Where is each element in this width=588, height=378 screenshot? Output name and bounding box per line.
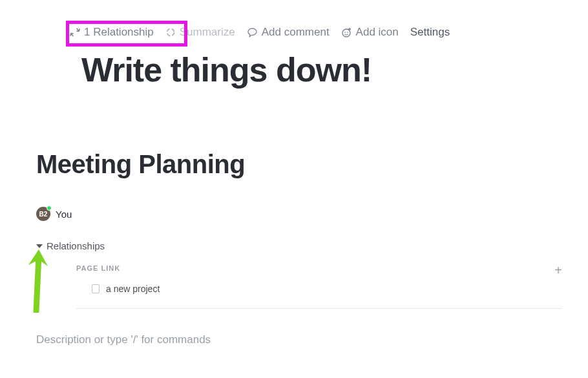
svg-point-1 — [342, 29, 350, 37]
page-link-title: a new project — [106, 284, 160, 294]
presence-indicator — [47, 205, 52, 211]
annotation-highlight-box — [66, 21, 187, 47]
summarize-label: Summarize — [180, 26, 235, 39]
settings-label: Settings — [410, 26, 450, 39]
page-title[interactable]: Meeting Planning — [36, 150, 245, 179]
add-comment-label: Add comment — [262, 26, 330, 39]
document-icon — [92, 284, 100, 293]
hero-title: Write things down! — [81, 50, 372, 89]
author-row: B2 You — [36, 207, 72, 221]
page-link-label: PAGE LINK — [76, 264, 562, 272]
svg-point-2 — [344, 32, 346, 33]
relationships-header-label: Relationships — [47, 240, 105, 251]
settings-button[interactable]: Settings — [410, 26, 450, 39]
author-name: You — [56, 209, 72, 220]
relationships-section: Relationships PAGE LINK + a new project — [36, 240, 562, 309]
add-comment-button[interactable]: Add comment — [247, 26, 330, 39]
add-icon-label: Add icon — [356, 26, 399, 39]
avatar[interactable]: B2 — [36, 207, 50, 221]
description-input[interactable]: Description or type '/' for commands — [36, 333, 211, 346]
add-relationship-button[interactable]: + — [554, 263, 562, 278]
svg-point-3 — [347, 32, 348, 33]
avatar-initials: B2 — [39, 211, 48, 218]
smile-plus-icon — [341, 27, 352, 38]
relationships-toggle[interactable]: Relationships — [36, 240, 562, 251]
comment-icon — [247, 27, 258, 38]
page-link-item[interactable]: a new project — [92, 284, 562, 294]
add-icon-button[interactable]: Add icon — [341, 26, 399, 39]
chevron-down-icon — [36, 244, 43, 248]
page-link-block: PAGE LINK + a new project — [76, 264, 562, 309]
